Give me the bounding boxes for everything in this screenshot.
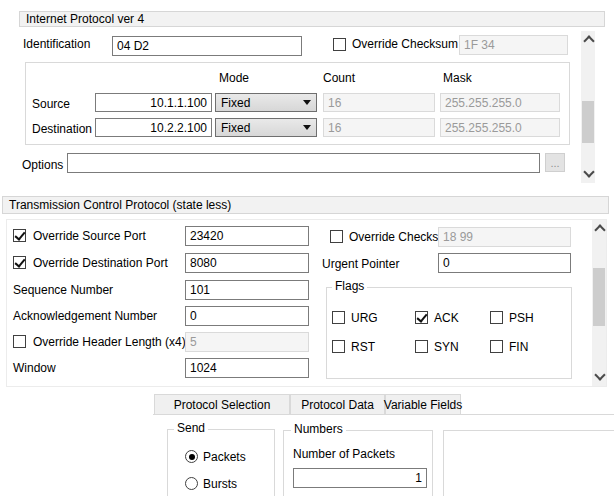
flag-ack-checkbox[interactable] xyxy=(415,311,428,324)
flag-psh-checkbox[interactable] xyxy=(490,311,503,324)
urgent-pointer-input[interactable]: 0 xyxy=(438,253,571,273)
ipv4-section-header[interactable]: Internet Protocol ver 4 xyxy=(19,11,605,27)
number-of-packets-input[interactable]: 1 xyxy=(293,468,427,488)
destination-mode-select[interactable]: Fixed xyxy=(215,118,317,137)
source-mode-value: Fixed xyxy=(221,96,250,110)
number-of-packets-value: 1 xyxy=(415,471,422,485)
window-input[interactable]: 1024 xyxy=(185,358,309,378)
scroll-down-icon[interactable] xyxy=(583,166,594,177)
override-source-port-label[interactable]: Override Source Port xyxy=(33,230,146,243)
identification-input[interactable]: 04 D2 xyxy=(112,36,302,56)
scroll-up-icon[interactable] xyxy=(594,224,605,235)
flag-rst-checkbox[interactable] xyxy=(332,340,345,353)
header-length-value: 5 xyxy=(190,335,197,349)
tcp-section-header[interactable]: Transmission Control Protocol (state les… xyxy=(2,196,609,214)
destination-mode-value: Fixed xyxy=(221,121,250,135)
source-address-input[interactable]: 10.1.1.100 xyxy=(95,93,212,112)
number-of-packets-label: Number of Packets xyxy=(293,448,395,461)
sequence-number-value: 101 xyxy=(190,283,210,297)
send-packets-radio[interactable] xyxy=(185,450,198,463)
clipped-groupbox xyxy=(443,430,614,496)
override-destination-port-label[interactable]: Override Destination Port xyxy=(33,257,168,270)
source-label: Source xyxy=(32,98,70,111)
dropdown-arrow-icon xyxy=(303,125,311,130)
send-bursts-label[interactable]: Bursts xyxy=(203,478,237,491)
ipv4-override-checksum-label[interactable]: Override Checksum xyxy=(352,38,458,51)
acknowledgement-number-label: Acknowledgement Number xyxy=(13,310,157,323)
override-header-length-label[interactable]: Override Header Length (x4) xyxy=(33,336,186,349)
flags-groupbox xyxy=(326,287,572,379)
send-groupbox-label: Send xyxy=(174,422,208,435)
source-port-input[interactable]: 23420 xyxy=(185,226,309,246)
destination-mask-value: 255.255.255.0 xyxy=(445,121,522,135)
window-label: Window xyxy=(13,362,56,375)
destination-mask-input: 255.255.255.0 xyxy=(440,118,560,137)
options-label: Options xyxy=(22,159,63,172)
source-address-value: 10.1.1.100 xyxy=(150,96,207,110)
override-header-length-checkbox[interactable] xyxy=(13,335,26,348)
tab-variable-fields[interactable]: Variable Fields xyxy=(385,394,461,415)
ipv4-scrollbar-thumb[interactable] xyxy=(582,101,594,143)
tcp-scrollbar-thumb[interactable] xyxy=(593,268,605,326)
tab-variable-fields-label: Variable Fields xyxy=(384,398,462,412)
override-destination-port-checkbox[interactable] xyxy=(13,256,26,269)
source-mask-value: 255.255.255.0 xyxy=(445,96,522,110)
flag-rst-label[interactable]: RST xyxy=(351,341,375,354)
tcp-section-title: Transmission Control Protocol (state les… xyxy=(9,198,231,212)
flag-fin-label[interactable]: FIN xyxy=(509,341,528,354)
destination-port-value: 8080 xyxy=(190,256,217,270)
tcp-override-checksum-checkbox[interactable] xyxy=(330,230,343,243)
ipv4-scrollbar[interactable] xyxy=(581,31,595,183)
ipv4-checksum-value: 1F 34 xyxy=(464,38,495,52)
identification-label: Identification xyxy=(23,38,90,51)
destination-port-input[interactable]: 8080 xyxy=(185,253,309,273)
urgent-pointer-value: 0 xyxy=(443,256,450,270)
flag-ack-label[interactable]: ACK xyxy=(434,312,459,325)
destination-address-input[interactable]: 10.2.2.100 xyxy=(95,118,212,137)
mode-column-header: Mode xyxy=(219,72,249,85)
send-bursts-radio[interactable] xyxy=(185,477,198,490)
count-column-header: Count xyxy=(323,72,355,85)
urgent-pointer-label: Urgent Pointer xyxy=(322,258,399,271)
ipv4-checksum-input: 1F 34 xyxy=(459,35,568,55)
ipv4-section-title: Internet Protocol ver 4 xyxy=(26,12,144,26)
flag-fin-checkbox[interactable] xyxy=(490,340,503,353)
destination-count-value: 16 xyxy=(328,121,341,135)
tab-protocol-selection-label: Protocol Selection xyxy=(174,398,271,412)
source-count-value: 16 xyxy=(328,96,341,110)
send-packets-label[interactable]: Packets xyxy=(203,451,246,464)
destination-label: Destination xyxy=(32,123,92,136)
options-browse-label: ... xyxy=(550,157,559,169)
header-length-input: 5 xyxy=(185,332,309,352)
protocol-editor-window: Internet Protocol ver 4 Identification 0… xyxy=(0,0,614,496)
flag-syn-label[interactable]: SYN xyxy=(434,341,459,354)
identification-value: 04 D2 xyxy=(117,39,149,53)
sequence-number-label: Sequence Number xyxy=(13,284,113,297)
options-browse-button[interactable]: ... xyxy=(545,153,565,172)
sequence-number-input[interactable]: 101 xyxy=(185,280,309,300)
tab-protocol-data[interactable]: Protocol Data xyxy=(290,394,385,415)
scroll-up-icon[interactable] xyxy=(583,35,594,46)
source-count-input: 16 xyxy=(323,93,435,112)
destination-address-value: 10.2.2.100 xyxy=(150,121,207,135)
tcp-scrollbar[interactable] xyxy=(592,220,606,386)
ipv4-override-checksum-checkbox[interactable] xyxy=(333,38,346,51)
tab-protocol-data-label: Protocol Data xyxy=(301,398,374,412)
destination-count-input: 16 xyxy=(323,118,435,137)
flag-urg-checkbox[interactable] xyxy=(332,311,345,324)
numbers-groupbox-label: Numbers xyxy=(291,423,346,436)
flag-urg-label[interactable]: URG xyxy=(351,312,378,325)
source-mode-select[interactable]: Fixed xyxy=(215,93,317,112)
tab-protocol-selection[interactable]: Protocol Selection xyxy=(154,394,290,415)
acknowledgement-number-input[interactable]: 0 xyxy=(185,306,309,326)
window-value: 1024 xyxy=(190,361,217,375)
override-source-port-checkbox[interactable] xyxy=(13,229,26,242)
flag-psh-label[interactable]: PSH xyxy=(509,312,534,325)
scroll-down-icon[interactable] xyxy=(594,369,605,380)
acknowledgement-number-value: 0 xyxy=(190,309,197,323)
dropdown-arrow-icon xyxy=(303,100,311,105)
flags-groupbox-label: Flags xyxy=(332,280,367,293)
tcp-checksum-input: 18 99 xyxy=(438,227,571,247)
options-input[interactable] xyxy=(67,153,540,173)
flag-syn-checkbox[interactable] xyxy=(415,340,428,353)
